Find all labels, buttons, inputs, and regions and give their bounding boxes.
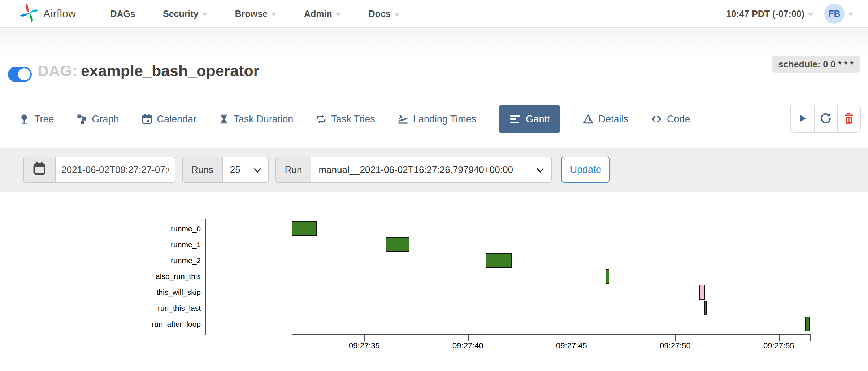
toggle-knob xyxy=(18,68,30,80)
details-icon xyxy=(583,114,594,125)
gantt-task-label: runme_0 xyxy=(0,221,201,236)
airflow-brand[interactable]: Airflow xyxy=(19,3,76,25)
gantt-chart: runme_0runme_1runme_2also_run_thisthis_w… xyxy=(0,197,868,371)
date-input-group xyxy=(23,157,175,183)
caret-down-icon xyxy=(848,13,854,16)
filter-bar: Runs 25 Run manual__2021-06-02T16:27:26.… xyxy=(0,148,868,192)
gantt-task-label: runme_2 xyxy=(0,253,201,268)
schedule-badge: schedule: 0 0 * * * xyxy=(772,56,860,73)
caret-down-icon xyxy=(271,13,277,16)
tab-calendar[interactable]: Calendar xyxy=(142,114,197,125)
gantt-axis-tick xyxy=(364,334,365,341)
refresh-dag-button[interactable] xyxy=(814,105,837,132)
caret-down-icon xyxy=(808,13,813,16)
header-gradient xyxy=(0,29,868,54)
gantt-axis-tick xyxy=(572,334,572,341)
chevron-down-icon xyxy=(537,164,544,175)
gantt-task-bar-runme_1[interactable] xyxy=(386,237,409,252)
nav-item-dags[interactable]: DAGs xyxy=(110,9,135,19)
gantt-task-bar-run_after_loop[interactable] xyxy=(805,317,810,331)
runs-select-group: Runs 25 xyxy=(182,157,269,183)
update-button[interactable]: Update xyxy=(561,157,610,183)
caret-down-icon xyxy=(335,13,341,16)
filter-controls: Runs 25 Run manual__2021-06-02T16:27:26.… xyxy=(23,157,610,183)
clock-dropdown[interactable]: 10:47 PDT (-07:00) xyxy=(726,9,813,19)
gantt-icon xyxy=(509,114,521,125)
tabs-row: Tree Graph Calendar Task Duration Task T… xyxy=(0,101,868,137)
tab-details[interactable]: Details xyxy=(583,114,628,125)
hourglass-icon xyxy=(219,114,229,125)
delete-dag-button[interactable] xyxy=(837,105,860,132)
tab-task-tries[interactable]: Task Tries xyxy=(316,114,375,125)
gantt-axis-tick xyxy=(675,334,676,341)
chevron-down-icon xyxy=(254,164,261,175)
page-title: DAG:example_bash_operator xyxy=(38,62,260,80)
nav-item-docs[interactable]: Docs xyxy=(369,9,400,19)
gantt-axis-tick-label: 09:27:35 xyxy=(332,341,397,350)
gantt-task-bar-run_this_last[interactable] xyxy=(704,301,706,315)
caret-down-icon xyxy=(394,13,400,16)
brand-name: Airflow xyxy=(43,8,76,20)
gantt-axis-line xyxy=(292,334,810,335)
calendar-addon[interactable] xyxy=(24,157,56,182)
navbar-right: 10:47 PDT (-07:00) FB xyxy=(726,4,854,24)
gantt-task-label: run_this_last xyxy=(0,301,201,315)
airflow-pinwheel-logo-icon xyxy=(19,3,40,25)
gantt-task-label: runme_1 xyxy=(0,237,201,252)
avatar[interactable]: FB xyxy=(824,4,845,24)
trigger-dag-button[interactable] xyxy=(791,105,814,132)
refresh-icon xyxy=(820,113,832,125)
graph-icon xyxy=(77,114,87,125)
gantt-task-bar-runme_0[interactable] xyxy=(292,221,317,236)
gantt-axis-tick-label: 09:27:45 xyxy=(539,341,604,350)
caret-down-icon xyxy=(202,13,208,16)
trash-icon xyxy=(843,113,854,125)
dag-prefix: DAG: xyxy=(38,62,77,79)
gantt-task-label: run_after_loop xyxy=(0,317,201,331)
num-runs-select[interactable]: 25 xyxy=(223,157,268,182)
tab-graph[interactable]: Graph xyxy=(77,114,119,125)
gantt-axis-tick xyxy=(468,334,469,341)
tree-icon xyxy=(19,114,30,125)
dag-header: DAG:example_bash_operator schedule: 0 0 … xyxy=(0,54,868,97)
dag-pause-toggle[interactable] xyxy=(8,67,32,82)
gantt-task-bar-runme_2[interactable] xyxy=(486,253,512,268)
tab-code[interactable]: Code xyxy=(651,114,690,125)
tab-gantt[interactable]: Gantt xyxy=(499,105,560,133)
dag-run-select[interactable]: manual__2021-06-02T16:27:26.797940+00:00 xyxy=(311,157,551,182)
gantt-axis-tick xyxy=(779,334,780,341)
play-icon xyxy=(797,113,808,125)
run-selected-value: manual__2021-06-02T16:27:26.797940+00:00 xyxy=(318,164,513,175)
dag-name: example_bash_operator xyxy=(81,62,260,79)
gantt-task-label: also_run_this xyxy=(0,269,201,284)
run-select-group: Run manual__2021-06-02T16:27:26.797940+0… xyxy=(275,157,552,183)
gantt-axis-tick-label: 09:27:40 xyxy=(435,341,500,350)
gantt-axis-tick-label: 09:27:50 xyxy=(643,341,708,350)
base-date-input[interactable] xyxy=(56,157,175,182)
nav-item-admin[interactable]: Admin xyxy=(304,9,341,19)
gantt-task-label: this_will_skip xyxy=(0,285,201,300)
run-addon-label: Run xyxy=(276,157,312,182)
clock-label: 10:47 PDT (-07:00) xyxy=(726,9,804,19)
gantt-y-axis-line xyxy=(205,219,206,335)
gantt-axis-tick xyxy=(292,334,292,341)
tab-tree[interactable]: Tree xyxy=(19,114,54,125)
nav-links: DAGs Security Browse Admin Docs xyxy=(110,9,400,19)
runs-addon-label: Runs xyxy=(183,157,223,182)
gantt-task-bar-also_run_this[interactable] xyxy=(606,269,609,284)
tab-landing-times[interactable]: Landing Times xyxy=(398,114,477,125)
calendar-icon xyxy=(142,114,152,125)
repeat-icon xyxy=(316,114,326,125)
tab-task-duration[interactable]: Task Duration xyxy=(219,114,293,125)
gantt-axis-tick-label: 09:27:55 xyxy=(746,341,811,350)
nav-item-browse[interactable]: Browse xyxy=(235,9,277,19)
code-icon xyxy=(651,114,662,125)
navbar: Airflow DAGs Security Browse Admin Docs … xyxy=(0,0,868,28)
gantt-axis-tick xyxy=(810,334,811,341)
dag-action-buttons xyxy=(790,105,861,133)
gantt-task-bar-this_will_skip[interactable] xyxy=(699,285,705,300)
nav-item-security[interactable]: Security xyxy=(163,9,208,19)
runs-selected-value: 25 xyxy=(230,164,240,175)
view-tabs: Tree Graph Calendar Task Duration Task T… xyxy=(19,101,690,137)
plane-landing-icon xyxy=(398,114,408,125)
